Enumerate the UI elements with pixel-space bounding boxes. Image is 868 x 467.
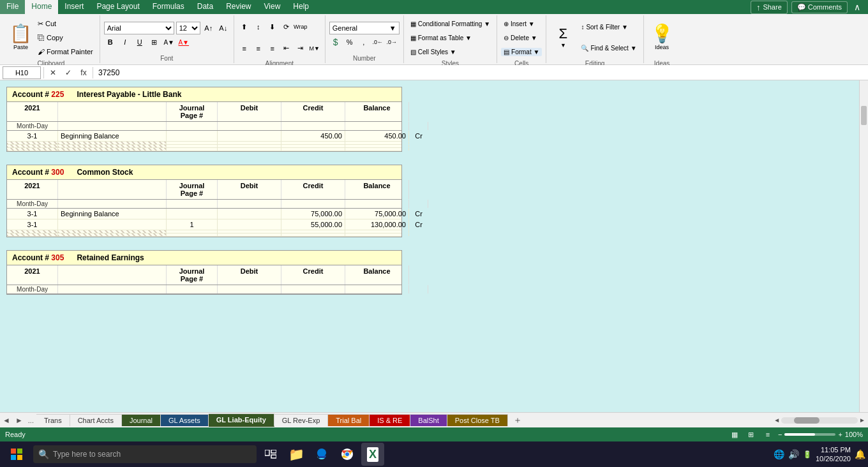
wrap-text-button[interactable]: Wrap [294,20,307,33]
font-color-button[interactable]: A▼ [177,36,190,48]
tab-file[interactable]: File [0,0,25,14]
sheet-tab-trans[interactable]: Trans [36,414,70,426]
sheet-tab-balsht[interactable]: BalSht [410,414,447,426]
text-direction-button[interactable]: ⟳ [280,20,293,33]
ribbon-collapse-button[interactable]: ∧ [851,1,863,13]
sort-filter-button[interactable]: ↕ Sort & Filter ▼ [578,23,639,31]
tab-home[interactable]: Home [25,0,58,14]
sheet-tab-gl-assets[interactable]: GL Assets [161,414,209,426]
fill-color-button[interactable]: A▼ [163,36,176,48]
align-top-button[interactable]: ⬆ [238,20,251,33]
sheet-tab-post-close-tb[interactable]: Post Close TB [447,414,508,426]
percent-button[interactable]: % [343,36,356,48]
underline-button[interactable]: U [133,36,146,48]
increase-indent-button[interactable]: ⇥ [294,42,307,55]
sheet-tab-trial-bal[interactable]: Trial Bal [328,414,370,426]
taskbar-file-explorer[interactable]: 📁 [285,443,308,466]
comments-button[interactable]: 💬 Comments [791,1,848,13]
decrease-indent-button[interactable]: ⇤ [280,42,293,55]
cell-styles-button[interactable]: ▧ Cell Styles ▼ [408,48,493,56]
tab-scroll-right-button[interactable]: ► [13,416,26,425]
currency-button[interactable]: $ [329,36,342,48]
volume-icon[interactable]: 🔊 [788,449,799,459]
tab-data[interactable]: Data [191,0,220,14]
formula-input[interactable] [96,66,865,79]
zoom-minus[interactable]: − [778,431,782,438]
tab-page-layout[interactable]: Page Layout [90,0,146,14]
cell-reference-input[interactable]: H10 [3,66,41,79]
confirm-formula-button[interactable]: ✓ [62,66,75,79]
hscroll-right-button[interactable]: ► [859,417,865,424]
taskbar-search[interactable]: 🔍 Type here to search [33,445,257,463]
align-middle-button[interactable]: ↕ [252,20,265,33]
increase-font-button[interactable]: A↑ [202,22,215,34]
bold-button[interactable]: B [104,36,117,48]
taskbar-edge[interactable] [310,443,333,466]
sheet-tab-gl-liab-equity[interactable]: GL Liab-Equity [209,413,274,427]
increase-decimal-button[interactable]: .0→ [385,36,398,48]
copy-button[interactable]: ⿻ Copy [35,33,96,42]
tab-insert[interactable]: Insert [58,0,90,14]
taskbar-excel[interactable]: X [361,443,384,466]
network-icon[interactable]: 🌐 [774,449,784,459]
hscroll-thumb[interactable] [794,417,819,424]
table-row[interactable] [7,148,401,151]
time-display[interactable]: 11:05 PM 10/26/2020 [816,445,851,464]
tab-scroll-left-button[interactable]: ◄ [0,416,13,425]
border-button[interactable]: ⊞ [148,36,161,48]
tab-review[interactable]: Review [220,0,257,14]
insert-function-button[interactable]: fx [77,66,90,79]
tab-formulas[interactable]: Formulas [146,0,191,14]
insert-button[interactable]: ⊕ Insert ▼ [501,20,542,28]
page-break-view-button[interactable]: ≡ [761,428,774,441]
tab-ellipsis[interactable]: ... [26,417,36,424]
notification-button[interactable]: 🔔 [855,449,865,459]
align-center-button[interactable]: ≡ [252,42,265,55]
sum-button[interactable]: Σ ▼ [550,17,576,59]
table-row[interactable]: 3-1 Beginning Balance 450.00 450.00 Cr [7,131,401,142]
normal-view-button[interactable]: ▦ [728,428,741,441]
add-sheet-button[interactable]: ＋ [508,413,527,428]
zoom-slider[interactable] [784,433,835,436]
number-format-select[interactable]: General ▼ [329,22,400,34]
sheet-tab-gl-rev-exp[interactable]: GL Rev-Exp [274,414,329,426]
page-layout-view-button[interactable]: ⊞ [745,428,758,441]
find-select-button[interactable]: 🔍 Find & Select ▼ [578,44,639,52]
align-right-button[interactable]: ≡ [266,42,279,55]
align-bottom-button[interactable]: ⬇ [266,20,279,33]
decrease-font-button[interactable]: A↓ [217,22,230,34]
share-button[interactable]: ↑ Share [751,1,788,14]
font-size-select[interactable]: 12 [176,22,200,34]
cancel-formula-button[interactable]: ✕ [47,66,59,79]
zoom-plus[interactable]: + [838,431,842,438]
tab-help[interactable]: Help [287,0,315,14]
taskbar-chrome[interactable] [336,443,359,466]
vertical-scrollbar[interactable] [859,80,868,412]
ideas-button[interactable]: 💡 Ideas [648,17,677,59]
conditional-formatting-button[interactable]: ▦ Conditional Formatting ▼ [408,20,493,28]
tab-view[interactable]: View [258,0,287,14]
taskbar-task-view[interactable] [259,443,282,466]
hscroll-left-button[interactable]: ◄ [774,417,780,424]
delete-button[interactable]: ⊖ Delete ▼ [501,34,542,42]
paste-button[interactable]: 📋 Paste [6,17,35,59]
comma-button[interactable]: , [357,36,370,48]
table-row[interactable] [7,234,401,237]
sheet-tab-chart-accts[interactable]: Chart Accts [70,414,122,426]
sheet-tab-is-re[interactable]: IS & RE [370,414,410,426]
align-left-button[interactable]: ≡ [238,42,251,55]
format-painter-button[interactable]: 🖌 Format Painter [35,47,96,56]
start-button[interactable] [3,441,31,467]
merge-center-button[interactable]: M▼ [308,42,321,55]
table-row[interactable]: 3-1 1 55,000.00 130,000.00 Cr [7,219,401,230]
decrease-decimal-button[interactable]: .0← [371,36,384,48]
format-button[interactable]: ▤ Format ▼ [501,48,542,56]
table-row[interactable]: 3-1 Beginning Balance 75,000.00 75,000.0… [7,209,401,219]
italic-button[interactable]: I [119,36,131,48]
cut-button[interactable]: ✂ Cut [35,19,96,29]
horizontal-scrollbar[interactable] [781,417,858,424]
format-as-table-button[interactable]: ▦ Format as Table ▼ [408,34,493,42]
scroll-thumb[interactable] [861,106,867,125]
sheet-tab-journal[interactable]: Journal [122,414,161,426]
font-name-select[interactable]: Arial [104,22,174,34]
